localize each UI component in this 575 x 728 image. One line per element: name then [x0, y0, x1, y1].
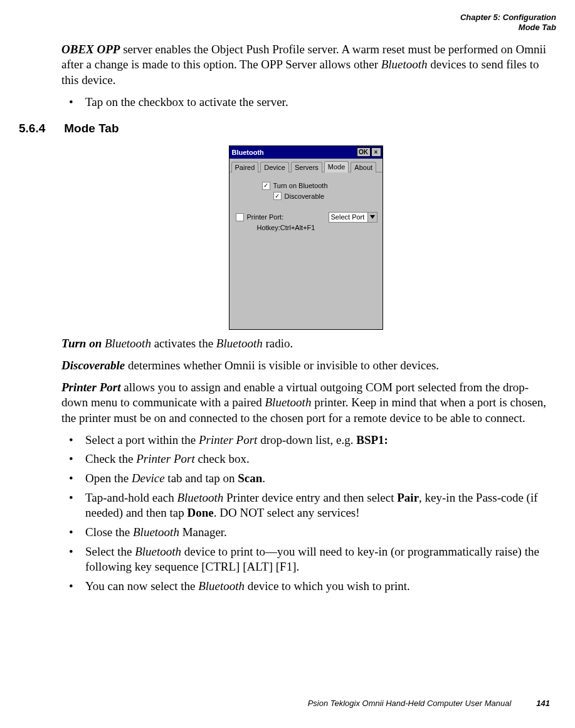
s5c: Manager.	[179, 525, 227, 539]
s2b: Printer Port	[136, 452, 194, 465]
printer-port-checkbox[interactable]	[236, 213, 244, 221]
s2a: Check the	[85, 452, 136, 465]
footer-text: Psion Teklogix Omnii Hand-Held Computer …	[308, 699, 512, 709]
turn-on-desc: Turn on Bluetooth activates the Bluetoot…	[61, 336, 550, 352]
svg-marker-0	[370, 215, 375, 219]
printer-port-label: Printer Port:	[247, 213, 284, 221]
printer-port-dropdown[interactable]: Select Port	[329, 212, 377, 223]
s4d: Pair	[397, 491, 419, 504]
tab-device[interactable]: Device	[260, 162, 289, 172]
turn-on-end: radio.	[263, 337, 293, 350]
tab-servers[interactable]: Servers	[291, 162, 322, 172]
section-title: Mode Tab	[64, 121, 119, 137]
hotkey-label: Hotkey:Ctrl+Alt+F1	[233, 223, 379, 232]
s5b: Bluetooth	[133, 525, 179, 539]
section-number: 5.6.4	[19, 121, 45, 137]
printer-port-desc: Printer Port allows you to assign and en…	[61, 380, 550, 426]
discoverable-label: Discoverable	[285, 192, 325, 201]
s6a: Select the	[85, 545, 135, 558]
s3a: Open the	[85, 472, 132, 485]
intro-bullet-1: Tap on the checkbox to activate the serv…	[61, 95, 550, 110]
screenshot-container: Bluetooth OK × Paired Device Servers Mod…	[61, 145, 550, 330]
printer-port-term: Printer Port	[61, 381, 120, 394]
tab-about[interactable]: About	[351, 162, 376, 172]
tab-paired[interactable]: Paired	[231, 162, 259, 172]
s7c: device to which you wish to print.	[245, 579, 410, 593]
s1a: Select a port within the	[85, 433, 199, 446]
discoverable-term: Discoverable	[61, 359, 125, 372]
discoverable-desc: Discoverable determines whether Omnii is…	[61, 358, 550, 374]
printer-port-row: Printer Port: Select Port	[233, 212, 379, 223]
page-header: Chapter 5: Configuration Mode Tab	[19, 13, 556, 33]
s1c: drop-down list, e.g.	[257, 433, 356, 446]
bluetooth-window: Bluetooth OK × Paired Device Servers Mod…	[229, 145, 383, 330]
s3c: tab and tap on	[165, 472, 238, 485]
chevron-down-icon	[367, 213, 377, 222]
s3b: Device	[132, 472, 165, 485]
tab-strip: Paired Device Servers Mode About	[229, 159, 382, 172]
step-1: Select a port within the Printer Port dr…	[61, 433, 550, 448]
section-heading: 5.6.4 Mode Tab	[19, 121, 556, 137]
intro-bullets: Tap on the checkbox to activate the serv…	[61, 95, 550, 110]
step-7: You can now select the Bluetooth device …	[61, 579, 550, 594]
discoverable-row: ✓ Discoverable	[273, 192, 379, 201]
obex-label: OBEX OPP	[61, 43, 120, 56]
s3d: Scan	[238, 472, 262, 485]
s4a: Tap-and-hold each	[85, 491, 177, 504]
bt-term-3: Bluetooth	[265, 396, 312, 409]
step-5: Close the Bluetooth Manager.	[61, 525, 550, 541]
s4b: Bluetooth	[177, 491, 223, 504]
dropdown-value: Select Port	[329, 213, 367, 221]
turn-on-bluetooth-row: ✓ Turn on Bluetooth	[262, 181, 379, 190]
page-number: 141	[536, 699, 550, 709]
window-titlebar: Bluetooth OK ×	[229, 146, 382, 159]
discoverable-checkbox[interactable]: ✓	[273, 192, 282, 200]
intro-paragraph: OBEX OPP server enables the Object Push …	[61, 42, 550, 88]
s7a: You can now select the	[85, 579, 198, 593]
turn-on-mid: activates the	[151, 337, 216, 350]
discoverable-text: determines whether Omnii is visible or i…	[125, 359, 439, 372]
header-section: Mode Tab	[19, 23, 556, 33]
window-body: ✓ Turn on Bluetooth ✓ Discoverable Print…	[229, 172, 382, 329]
page-footer: Psion Teklogix Omnii Hand-Held Computer …	[308, 699, 550, 709]
s1b: Printer Port	[199, 433, 257, 446]
bt-term-1: Bluetooth	[105, 337, 151, 350]
bt-term-2: Bluetooth	[216, 337, 263, 350]
window-title: Bluetooth	[231, 148, 356, 157]
step-6: Select the Bluetooth device to print to—…	[61, 544, 550, 575]
steps-list: Select a port within the Printer Port dr…	[61, 433, 550, 594]
step-2: Check the Printer Port check box.	[61, 451, 550, 467]
turn-on-term: Turn on	[61, 337, 102, 350]
s3e: .	[262, 472, 265, 485]
s2c: check box.	[195, 452, 250, 465]
s7b: Bluetooth	[198, 579, 245, 593]
turn-on-bluetooth-checkbox[interactable]: ✓	[262, 182, 270, 190]
s4g: . DO NOT select any services!	[214, 506, 360, 519]
s4f: Done	[187, 506, 213, 519]
bluetooth-term: Bluetooth	[381, 58, 428, 71]
tab-mode[interactable]: Mode	[324, 161, 349, 172]
s6b: Bluetooth	[135, 545, 181, 558]
step-4: Tap-and-hold each Bluetooth Printer devi…	[61, 490, 550, 521]
s4c: Printer device entry and then select	[223, 491, 397, 504]
step-3: Open the Device tab and tap on Scan.	[61, 471, 550, 487]
header-chapter: Chapter 5: Configuration	[19, 13, 556, 23]
ok-button[interactable]: OK	[357, 147, 371, 157]
s5a: Close the	[85, 525, 133, 539]
close-button[interactable]: ×	[371, 147, 381, 157]
turn-on-bluetooth-label: Turn on Bluetooth	[273, 181, 328, 190]
s1d: BSP1:	[356, 433, 388, 446]
